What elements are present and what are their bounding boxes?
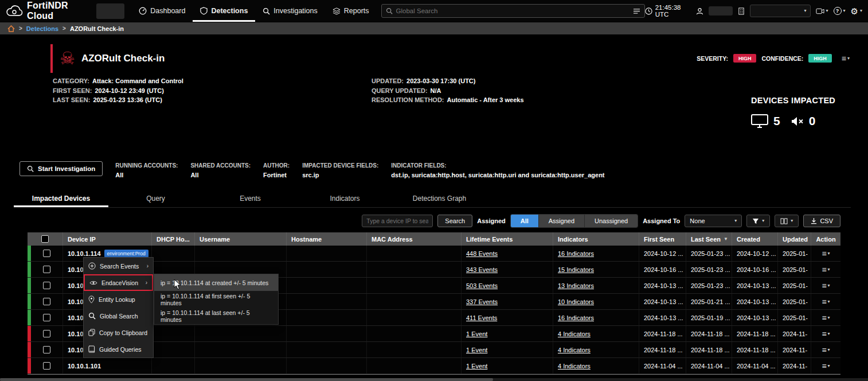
row-action-menu[interactable]: ≡▾ [811, 326, 840, 341]
device-ip[interactable]: 10.10. [68, 282, 85, 289]
menu-item-guided-queries[interactable]: Guided Queries [84, 341, 153, 357]
header-hostname[interactable]: Hostname [287, 232, 367, 246]
brand[interactable]: FortiNDR Cloud [6, 1, 92, 21]
global-search-input[interactable] [396, 7, 630, 14]
nav-item-reports[interactable]: Reports [325, 0, 377, 22]
submenu-item-first-seen[interactable]: ip = 10.10.1.114 at first seen +/- 5 min… [154, 291, 278, 308]
indicators-link[interactable]: 16 Indicators [558, 250, 594, 257]
events-link[interactable]: 448 Events [466, 250, 498, 257]
header-checkbox-cell [28, 232, 63, 246]
breadcrumb-link-detections[interactable]: Detections [26, 25, 58, 32]
device-ip[interactable]: 10.10. [68, 266, 85, 273]
start-investigation-button[interactable]: Start Investigation [19, 161, 103, 176]
scrollbar-thumb[interactable] [0, 378, 493, 381]
tab-impacted-devices[interactable]: Impacted Devices [14, 190, 108, 207]
events-link[interactable]: 343 Events [466, 266, 498, 273]
help-menu[interactable]: ? ▾ [834, 7, 846, 15]
device-ip[interactable]: 10.10. [68, 314, 85, 321]
created-cell: 2024-10-16 ... [732, 262, 778, 277]
header-first-seen[interactable]: First Seen [639, 232, 686, 246]
menu-item-search-events[interactable]: Search Events › [84, 258, 153, 274]
search-button[interactable]: Search [437, 215, 472, 227]
device-ip-search-input[interactable] [362, 215, 433, 227]
menu-item-global-search[interactable]: Global Search [84, 308, 153, 324]
csv-export-button[interactable]: CSV [803, 215, 840, 227]
assigned-to-select[interactable]: None ▾ [685, 215, 742, 227]
row-checkbox[interactable] [43, 362, 50, 370]
nav-item-detections[interactable]: Detections [193, 0, 255, 22]
row-action-menu[interactable]: ≡▾ [811, 310, 840, 325]
events-link[interactable]: 503 Events [466, 282, 498, 289]
device-ip[interactable]: 10.10.1.101 [68, 363, 101, 370]
events-link[interactable]: 411 Events [466, 314, 497, 321]
home-icon[interactable] [7, 25, 15, 32]
row-action-menu[interactable]: ≡▾ [811, 294, 840, 309]
row-action-menu[interactable]: ≡▾ [811, 246, 840, 261]
dhcp-cell [152, 326, 195, 341]
events-link[interactable]: 337 Events [466, 298, 498, 305]
header-indicators[interactable]: Indicators [553, 232, 639, 246]
monitor-icon [751, 114, 768, 129]
columns-dropdown[interactable]: ▾ [775, 215, 799, 227]
row-action-menu[interactable]: ≡▾ [811, 358, 840, 374]
first-seen-cell: 2024-10-12 ... [639, 246, 686, 261]
submenu-item-last-seen[interactable]: ip = 10.10.1.114 at last seen +/- 5 minu… [154, 308, 278, 324]
row-checkbox[interactable] [43, 250, 50, 257]
header-username[interactable]: Username [195, 232, 287, 246]
events-link[interactable]: 1 Event [466, 331, 487, 337]
indicators-link[interactable]: 4 Indicators [558, 347, 591, 353]
indicators-link[interactable]: 13 Indicators [558, 282, 594, 289]
query-list-icon[interactable] [633, 8, 640, 14]
row-checkbox[interactable] [43, 314, 50, 321]
organization-select[interactable]: ▾ [750, 5, 811, 17]
user-icon[interactable] [696, 7, 703, 15]
row-checkbox[interactable] [43, 298, 50, 305]
toggle-all[interactable]: All [511, 215, 539, 227]
breadcrumb-separator: > [19, 25, 22, 32]
row-action-menu[interactable]: ≡▾ [811, 342, 840, 357]
header-last-seen[interactable]: Last Seen▼ [686, 232, 732, 246]
nav-item-dashboard[interactable]: Dashboard [131, 0, 193, 22]
device-ip-cell[interactable]: 10.10.1.101 [63, 358, 152, 374]
indicators-link[interactable]: 10 Indicators [558, 298, 594, 305]
events-link[interactable]: 1 Event [466, 347, 487, 353]
row-action-menu[interactable]: ≡▾ [811, 262, 840, 277]
tab-events[interactable]: Events [203, 190, 298, 207]
horizontal-scrollbar[interactable] [0, 378, 868, 381]
submenu-item-created[interactable]: ip = 10.10.1.114 at created +/- 5 minute… [154, 274, 278, 291]
row-action-menu[interactable]: ≡▾ [811, 278, 840, 293]
header-updated[interactable]: Updated [778, 232, 811, 246]
nav-item-investigations[interactable]: Investigations [255, 0, 324, 22]
row-checkbox[interactable] [43, 266, 50, 273]
row-checkbox[interactable] [43, 330, 50, 337]
session-camera-menu[interactable]: ▾ [816, 8, 828, 14]
toggle-assigned[interactable]: Assigned [539, 215, 585, 227]
settings-menu[interactable]: ⚙ ▾ [851, 7, 862, 15]
menu-item-endacevision[interactable]: EndaceVision › [84, 274, 153, 291]
select-all-checkbox[interactable] [41, 235, 49, 243]
header-mac-address[interactable]: MAC Address [367, 232, 462, 246]
events-link[interactable]: 1 Event [466, 363, 487, 370]
device-ip[interactable]: 10.10. [68, 331, 85, 337]
indicators-link[interactable]: 4 Indicators [558, 363, 591, 370]
tab-detections-graph[interactable]: Detections Graph [392, 190, 487, 207]
header-created[interactable]: Created [732, 232, 778, 246]
header-dhcp[interactable]: DHCP Ho... [152, 232, 195, 246]
device-ip[interactable]: 10.10.1.114 [68, 250, 101, 257]
device-ip[interactable]: 10.10. [68, 298, 85, 305]
row-checkbox[interactable] [43, 346, 50, 353]
menu-item-copy-to-clipboard[interactable]: Copy to Clipboard [84, 324, 153, 341]
tab-indicators[interactable]: Indicators [298, 190, 392, 207]
detection-options-menu[interactable]: ≡ ▾ [842, 55, 850, 63]
indicators-link[interactable]: 4 Indicators [558, 331, 591, 337]
toggle-unassigned[interactable]: Unassigned [585, 215, 638, 227]
indicators-link[interactable]: 16 Indicators [558, 314, 594, 321]
device-ip[interactable]: 10.10. [68, 347, 85, 353]
indicators-link[interactable]: 15 Indicators [558, 266, 594, 273]
tab-query[interactable]: Query [108, 190, 203, 207]
header-device-ip[interactable]: Device IP [63, 232, 152, 246]
row-checkbox[interactable] [43, 282, 50, 289]
header-lifetime-events[interactable]: Lifetime Events [462, 232, 553, 246]
menu-item-entity-lookup[interactable]: Entity Lookup [84, 291, 153, 308]
filter-dropdown[interactable]: ▾ [746, 215, 770, 227]
